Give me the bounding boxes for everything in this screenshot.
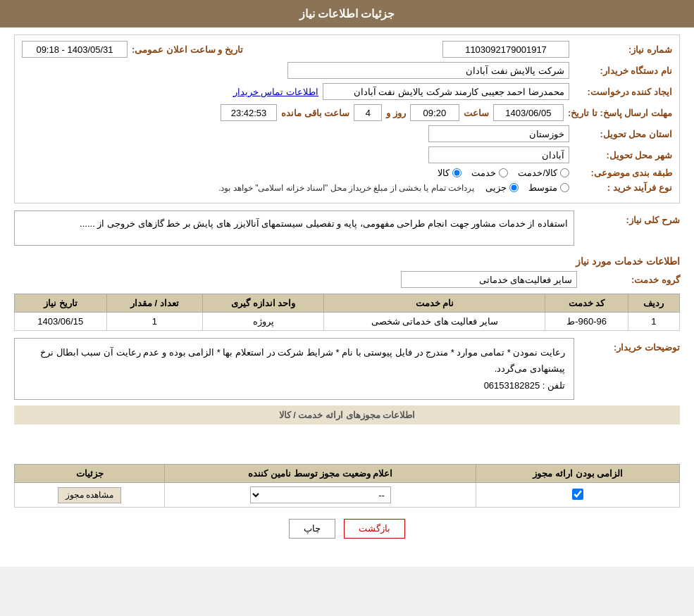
category-kala-khedmat-option[interactable]: کالا/خدمت — [518, 168, 569, 178]
deadline-remaining-input[interactable] — [221, 104, 277, 121]
permit-required-cell — [476, 483, 680, 508]
col-unit: واحد اندازه گیری — [203, 294, 324, 313]
print-button[interactable]: چاپ — [289, 519, 335, 539]
buyer-station-label: نام دستگاه خریدار: — [574, 65, 672, 76]
view-permit-button[interactable]: مشاهده مجوز — [58, 487, 121, 503]
category-khedmat-radio[interactable] — [499, 168, 508, 177]
col-name: نام خدمت — [324, 294, 545, 313]
category-radio-group: کالا/خدمت خدمت کالا — [438, 168, 569, 178]
service-group-input[interactable] — [401, 271, 577, 288]
permit-required-checkbox[interactable] — [572, 489, 583, 500]
purchase-type-label: نوع فرآیند خرید : — [574, 182, 672, 193]
category-label: طبقه بندی موضوعی: — [574, 168, 672, 178]
buyer-notes-label: توضیحات خریدار: — [581, 338, 680, 353]
page-title: جزئیات اطلاعات نیاز — [0, 0, 694, 27]
purchase-motevaset-radio[interactable] — [560, 183, 569, 192]
deadline-time-input[interactable] — [410, 104, 459, 121]
deadline-date-input[interactable] — [493, 104, 564, 121]
category-khedmat-label: خدمت — [471, 168, 496, 178]
city-label: شهر محل تحویل: — [574, 150, 672, 161]
permit-col-details: جزئیات — [15, 465, 165, 483]
col-code: کد خدمت — [545, 294, 628, 313]
need-description-box: استفاده از خدمات مشاور جهت انجام طراحی م… — [14, 210, 574, 246]
permit-status-cell: -- — [165, 483, 476, 508]
contact-link[interactable]: اطلاعات تماس خریدار — [233, 87, 318, 97]
category-kala-khedmat-radio[interactable] — [560, 168, 569, 177]
deadline-label: مهلت ارسال پاسخ: تا تاریخ: — [568, 108, 672, 118]
category-kala-option[interactable]: کالا — [438, 168, 461, 178]
table-row: -- مشاهده مجوز — [15, 483, 680, 508]
category-kala-khedmat-label: کالا/خدمت — [518, 168, 557, 178]
permit-col-required: الزامی بودن ارائه مجوز — [476, 465, 680, 483]
purchase-motevaset-option[interactable]: متوسط — [528, 182, 569, 193]
deadline-remaining-label: ساعت باقی مانده — [281, 108, 349, 118]
permit-section-title: اطلاعات مجوزهای ارائه خدمت / کالا — [14, 406, 680, 425]
permit-status-select[interactable]: -- — [250, 486, 391, 503]
category-kala-label: کالا — [438, 168, 450, 178]
province-label: استان محل تحویل: — [574, 129, 672, 139]
purchase-type-radio-group: متوسط جزیی — [485, 182, 569, 193]
announce-date-label: تاریخ و ساعت اعلان عمومی: — [132, 44, 243, 55]
city-input[interactable] — [428, 146, 569, 163]
col-row: ردیف — [628, 294, 679, 313]
col-qty: تعداد / مقدار — [106, 294, 203, 313]
permit-table: الزامی بودن ارائه مجوز اعلام وضعیت مجوز … — [14, 464, 680, 508]
service-info-label: اطلاعات خدمات مورد نیاز — [14, 251, 680, 271]
province-input[interactable] — [428, 125, 569, 142]
announce-date-input[interactable] — [22, 41, 128, 58]
category-kala-radio[interactable] — [452, 168, 461, 177]
permit-details-cell: مشاهده مجوز — [15, 483, 165, 508]
deadline-days-label: روز و — [386, 108, 406, 118]
deadline-time-label: ساعت — [464, 108, 489, 118]
purchase-jozii-label: جزیی — [485, 182, 507, 193]
back-button[interactable]: بازگشت — [344, 519, 405, 539]
creator-label: ایجاد کننده درخواست: — [574, 87, 672, 97]
service-table: ردیف کد خدمت نام خدمت واحد اندازه گیری ت… — [14, 294, 680, 331]
deadline-days-input[interactable] — [354, 104, 382, 121]
service-table-section: ردیف کد خدمت نام خدمت واحد اندازه گیری ت… — [14, 294, 680, 331]
need-number-input[interactable] — [442, 41, 569, 58]
buyer-station-input[interactable] — [287, 62, 569, 79]
purchase-jozii-option[interactable]: جزیی — [485, 182, 519, 193]
need-number-label: شماره نیاز: — [574, 44, 672, 55]
purchase-jozii-radio[interactable] — [509, 183, 519, 192]
purchase-motevaset-label: متوسط — [528, 182, 557, 193]
table-row: 1960-96-طسایر فعالیت های خدماتی شخصیپروژ… — [15, 313, 680, 331]
purchase-note: پرداخت تمام یا بخشی از مبلغ خریداز محل "… — [218, 183, 474, 193]
creator-input[interactable] — [323, 83, 569, 100]
permit-col-status: اعلام وضعیت مجوز توسط نامین کننده — [165, 465, 476, 483]
permit-table-section: الزامی بودن ارائه مجوز اعلام وضعیت مجوز … — [14, 464, 680, 508]
buyer-notes-box: رعایت نمودن * تمامی موارد * مندرج در فای… — [14, 338, 574, 400]
footer-buttons: بازگشت چاپ — [14, 519, 680, 539]
category-khedmat-option[interactable]: خدمت — [471, 168, 508, 178]
need-description-label: شرح کلی نیاز: — [581, 210, 680, 225]
service-group-label: گروه خدمت: — [581, 275, 680, 285]
col-date: تاریخ نیاز — [15, 294, 107, 313]
